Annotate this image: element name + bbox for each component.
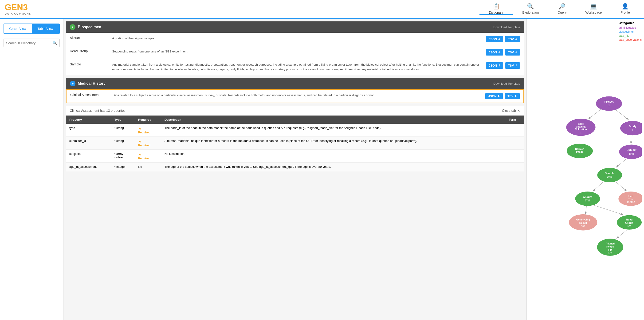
node-project-sub: 2 <box>608 104 610 107</box>
cat-biospecimen[interactable]: biospecimen <box>618 30 642 34</box>
properties-panel: Clinical Assessment has 13 properties. C… <box>66 106 524 171</box>
node-subject-label: Subject <box>626 148 636 151</box>
nav-item-profile[interactable]: 👤 Profile <box>611 3 639 15</box>
nav-item-dictionary[interactable]: 📋 Dictionary <box>480 3 513 15</box>
biospecimen-icon: ▲ <box>70 24 76 30</box>
prop-term <box>506 137 524 150</box>
table-view-button[interactable]: Table View <box>32 24 60 34</box>
medical-history-download[interactable]: Download Template <box>493 82 520 85</box>
col-description: Description <box>161 116 506 124</box>
biospecimen-download[interactable]: Download Template <box>493 26 520 29</box>
sidebar: Graph View Table View 🔍 <box>0 19 64 320</box>
header: GEN3 DATA COMMONS 📋 Dictionary 🔍 Explora… <box>0 0 644 19</box>
aliquot-desc: A portion of the original sample. <box>112 36 482 41</box>
cat-data-observations[interactable]: data_observations <box>618 38 642 42</box>
node-derived-sub: 1 <box>579 154 580 156</box>
main-layout: Graph View Table View 🔍 ▲ Biospecimen Do… <box>0 19 644 320</box>
node-project-label: Project <box>604 100 614 103</box>
clinical-assessment-tsv-button[interactable]: TSV ⬇ <box>504 93 520 99</box>
nav-item-workspace[interactable]: 💻 Workspace <box>576 3 611 15</box>
nav-item-exploration[interactable]: 🔍 Exploration <box>513 3 548 15</box>
node-subject-sub: 1046 <box>629 152 634 155</box>
read-group-desc: Sequencing reads from one lane of an NGS… <box>112 49 482 54</box>
table-row: submitter_id • string ★Required A human-… <box>66 137 524 150</box>
clinical-assessment-name[interactable]: Clinical Assessment <box>70 93 112 97</box>
prop-required: ★Required <box>135 124 161 137</box>
prop-term <box>506 163 524 171</box>
workspace-icon: 💻 <box>590 3 597 10</box>
read-group-name[interactable]: Read Group <box>70 49 112 53</box>
node-aliquot[interactable] <box>575 192 600 206</box>
close-tab-button[interactable]: Close tab ✕ <box>502 109 520 113</box>
col-type: Type <box>111 116 135 124</box>
search-input[interactable] <box>6 41 52 45</box>
prop-desc: The age of the subject when the assessme… <box>161 163 506 171</box>
table-row: age_at_assessment • integer No The age o… <box>66 163 524 171</box>
search-box: 🔍 <box>4 39 60 47</box>
edge-sample-aliquot <box>593 182 603 191</box>
node-subject[interactable] <box>619 145 642 159</box>
aliquot-json-button[interactable]: JSON ⬇ <box>486 36 503 42</box>
exploration-icon: 🔍 <box>527 3 534 10</box>
col-term: Term <box>506 116 524 124</box>
prop-desc: The node_id of the node in the data mode… <box>161 124 506 137</box>
edge-readgroup-aligned <box>617 230 627 238</box>
nav-item-query[interactable]: 🔎 Query <box>548 3 576 15</box>
required-text: Required <box>138 144 150 147</box>
biospecimen-header: ▲ Biospecimen Download Template <box>66 22 524 33</box>
col-property: Property <box>66 116 111 124</box>
node-sample[interactable] <box>597 168 622 182</box>
graph-view-button[interactable]: Graph View <box>4 24 32 34</box>
col-required: Required <box>135 116 161 124</box>
node-ar-label1: Aligned <box>606 242 615 245</box>
edge-aliquot-readgroup <box>593 205 622 214</box>
read-group-json-button[interactable]: JSON ⬇ <box>486 49 503 56</box>
prop-name: age_at_assessment <box>66 163 111 171</box>
aliquot-tsv-button[interactable]: TSV ⬇ <box>505 36 520 42</box>
sample-json-button[interactable]: JSON ⬇ <box>486 62 503 69</box>
cat-administrative[interactable]: administrative <box>618 26 642 30</box>
query-icon: 🔎 <box>558 3 566 10</box>
read-group-tsv-button[interactable]: TSV ⬇ <box>505 49 520 56</box>
edge-sample-labtest <box>616 182 626 191</box>
clinical-assessment-desc: Data related to a subject's score on a p… <box>112 93 482 98</box>
nav-label-query: Query <box>558 11 566 14</box>
node-study[interactable] <box>620 121 642 135</box>
logo-sub: DATA COMMONS <box>5 12 31 15</box>
nav: 📋 Dictionary 🔍 Exploration 🔎 Query 💻 Wor… <box>480 3 639 15</box>
node-project[interactable] <box>596 97 622 111</box>
clinical-assessment-json-button[interactable]: JSON ⬇ <box>485 93 503 99</box>
prop-required: ★Required <box>135 137 161 150</box>
node-aliquot-sub: 3718 <box>585 199 590 202</box>
close-icon: ✕ <box>517 109 520 113</box>
sample-name[interactable]: Sample <box>70 62 112 66</box>
node-lab-label2: Test <box>628 198 634 200</box>
sample-desc: Any material sample taken from a biologi… <box>112 62 482 72</box>
node-geno-label1: Genotyping <box>576 218 590 221</box>
prop-desc: No Description <box>161 150 506 163</box>
read-group-row: Read Group Sequencing reads from one lan… <box>66 46 524 59</box>
nav-label-exploration: Exploration <box>522 11 539 14</box>
prop-type: • integer <box>111 163 135 171</box>
node-study-sub: 1 <box>632 128 634 131</box>
aliquot-row: Aliquot A portion of the original sample… <box>66 33 524 46</box>
required-star: ★ <box>138 152 142 156</box>
no-required: No <box>138 165 142 168</box>
prop-term <box>506 150 524 163</box>
graph-panel: Categories administrative biospecimen da… <box>526 19 644 320</box>
node-aliquot-label: Aliquot <box>583 196 592 198</box>
clinical-assessment-row: Clinical Assessment Data related to a su… <box>66 89 524 103</box>
sample-tsv-button[interactable]: TSV ⬇ <box>505 62 520 69</box>
required-star: ★ <box>138 139 142 143</box>
search-icon: 🔍 <box>52 41 57 45</box>
graph-svg: Project 2 Core Metadata Collection 1 Stu… <box>529 21 642 318</box>
biospecimen-title: Biospecimen <box>78 25 101 29</box>
node-core-label2: Metadata <box>576 125 586 128</box>
table-header-row: Property Type Required Description Term <box>66 116 524 124</box>
aliquot-name[interactable]: Aliquot <box>70 36 112 40</box>
content-area: ▲ Biospecimen Download Template Aliquot … <box>64 19 526 320</box>
read-group-actions: JSON ⬇ TSV ⬇ <box>486 49 520 56</box>
categories-title: Categories <box>618 21 642 25</box>
cat-data-file[interactable]: data_file <box>618 34 642 38</box>
node-derived-label2: Image <box>576 150 583 153</box>
